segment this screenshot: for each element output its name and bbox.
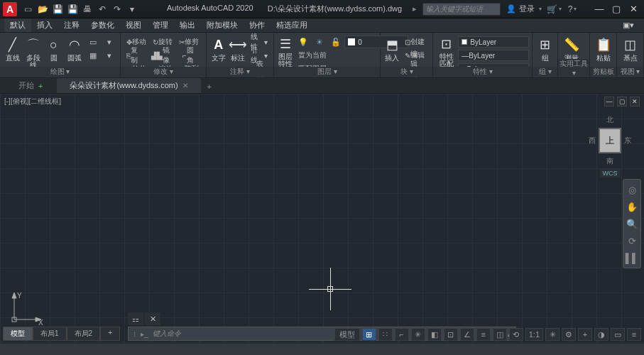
- lineweight-toggle[interactable]: ≡: [476, 328, 491, 341]
- save-icon[interactable]: 💾: [51, 3, 64, 16]
- panel-label[interactable]: 特性 ▾: [433, 67, 532, 77]
- tab-featured[interactable]: 精选应用: [271, 18, 313, 32]
- polyline-button[interactable]: ⌒多段线: [23, 34, 43, 67]
- app-exchange-icon[interactable]: 🛒▾: [547, 3, 560, 16]
- drawing-viewport[interactable]: [-][俯视][二维线框] — ▢ ✕ 北 西 上 东 南 WCS ◎ ✋ 🔍 …: [0, 94, 644, 344]
- close-icon[interactable]: ✕: [182, 82, 188, 89]
- tab-addins[interactable]: 附加模块: [201, 18, 244, 32]
- panel-label[interactable]: 块 ▾: [381, 67, 432, 77]
- recent-input-icon[interactable]: ⚏: [128, 312, 143, 325]
- circle-button[interactable]: ○圆: [44, 34, 63, 67]
- tab-file[interactable]: 朵朵设计素材(www.dydss.com)✕: [57, 78, 200, 93]
- vc-north[interactable]: 北: [589, 115, 631, 125]
- sun-icon[interactable]: ☀: [312, 36, 327, 48]
- vp-min-button[interactable]: —: [604, 97, 614, 106]
- transparency-toggle[interactable]: ◫: [493, 328, 507, 341]
- new-icon[interactable]: ▭: [21, 3, 34, 16]
- tab-view[interactable]: 视图: [120, 18, 147, 32]
- zoom-icon[interactable]: 🔍: [625, 217, 639, 231]
- cmd-close-icon[interactable]: ✕: [145, 312, 160, 325]
- viewcube[interactable]: 北 西 上 东 南 WCS: [589, 115, 631, 178]
- close-button[interactable]: ✕: [626, 3, 641, 16]
- create-button[interactable]: ⊡ 创建: [402, 36, 427, 48]
- bulb-icon[interactable]: 💡: [295, 36, 311, 48]
- workspace-button[interactable]: ⚙: [562, 328, 576, 341]
- saveas-icon[interactable]: 💾: [66, 3, 79, 16]
- isodraft-toggle[interactable]: ◧: [427, 328, 442, 341]
- snap-toggle[interactable]: ∷: [378, 328, 393, 341]
- plot-icon[interactable]: 🖶: [81, 3, 94, 16]
- model-button[interactable]: 模型: [334, 328, 360, 341]
- vc-wcs[interactable]: WCS: [600, 169, 621, 178]
- minimize-button[interactable]: —: [591, 3, 607, 16]
- open-icon[interactable]: 📂: [36, 3, 49, 16]
- tab-manage[interactable]: 管理: [147, 18, 174, 32]
- paste-button[interactable]: 📋粘贴: [593, 34, 613, 67]
- mirror-button[interactable]: ▟▙ 镜像: [148, 49, 179, 62]
- layout2-tab[interactable]: 布局2: [67, 327, 101, 341]
- cleanscreen-button[interactable]: ▭: [611, 328, 625, 341]
- tab-expand-icon[interactable]: ▣▾: [617, 18, 640, 32]
- orbit-icon[interactable]: ⟳: [625, 234, 639, 248]
- panel-label[interactable]: 图层 ▾: [274, 67, 380, 77]
- group-button[interactable]: ⊞组: [535, 34, 555, 67]
- arc-button[interactable]: ◠圆弧: [65, 34, 84, 67]
- lock-icon[interactable]: 🔓: [328, 36, 344, 48]
- line-button[interactable]: ╱直线: [3, 34, 22, 67]
- tab-collab[interactable]: 协作: [244, 18, 271, 32]
- annoscale-button[interactable]: 1:1: [525, 328, 543, 341]
- vc-west[interactable]: 西: [589, 136, 596, 146]
- login-button[interactable]: 👤 登录 ▾: [506, 4, 542, 14]
- copy-button[interactable]: ⎘ 复制: [124, 49, 148, 62]
- vp-close-button[interactable]: ✕: [630, 97, 640, 106]
- panel-label[interactable]: 视图 ▾: [617, 67, 643, 77]
- rect-icon[interactable]: ▭: [85, 36, 101, 48]
- pan-icon[interactable]: ✋: [625, 200, 639, 214]
- tab-insert[interactable]: 插入: [31, 18, 58, 32]
- cycling-toggle[interactable]: ⟲: [509, 328, 523, 341]
- dim-button[interactable]: ⟷标注: [229, 34, 246, 67]
- showmotion-icon[interactable]: ▌▌: [625, 251, 639, 265]
- grid-toggle[interactable]: ⊞: [362, 328, 376, 341]
- vc-top[interactable]: 上: [599, 128, 621, 153]
- tab-default[interactable]: 默认: [4, 18, 31, 32]
- cmd-handle-icon[interactable]: ⫶: [133, 330, 136, 338]
- dd[interactable]: ▾: [102, 36, 117, 48]
- layerprops-button[interactable]: ☰图层特性: [277, 34, 294, 67]
- tab-parametric[interactable]: 参数化: [85, 18, 120, 32]
- fillet-button[interactable]: ⌐ 圆角: [180, 49, 203, 62]
- lineweight-select[interactable]: — ByLayer: [458, 50, 529, 61]
- color-select[interactable]: ByLayer: [458, 36, 529, 48]
- annovis-toggle[interactable]: ✳: [545, 328, 560, 341]
- vp-max-button[interactable]: ▢: [617, 97, 627, 106]
- panel-label[interactable]: 剪贴板: [590, 67, 616, 77]
- text-button[interactable]: A文字: [209, 34, 227, 67]
- insert-button[interactable]: ⬒插入: [383, 34, 400, 67]
- ortho-toggle[interactable]: ⌐: [395, 328, 409, 341]
- search-input[interactable]: 输入关键字或短语: [422, 3, 501, 16]
- panel-label[interactable]: 注释 ▾: [207, 67, 273, 77]
- setcurrent-button[interactable]: 置为当前: [295, 49, 329, 62]
- panel-label[interactable]: 组 ▾: [533, 67, 557, 77]
- tab-annotate[interactable]: 注释: [58, 18, 85, 32]
- layout1-tab[interactable]: 布局1: [33, 327, 67, 341]
- annomonitor-toggle[interactable]: +: [578, 328, 592, 341]
- osnap-toggle[interactable]: ⊡: [444, 328, 458, 341]
- redo-icon[interactable]: ↷: [111, 3, 124, 16]
- hatch-icon[interactable]: ▦: [85, 49, 101, 62]
- panel-label[interactable]: 修改 ▾: [121, 67, 206, 77]
- vc-east[interactable]: 东: [624, 136, 631, 146]
- wheel-icon[interactable]: ◎: [625, 182, 639, 197]
- customize-button[interactable]: ≡: [627, 328, 641, 341]
- dd[interactable]: ▾: [102, 49, 117, 62]
- viewport-label[interactable]: [-][俯视][二维线框]: [4, 97, 61, 106]
- qat-dropdown-icon[interactable]: ▾: [126, 3, 138, 16]
- tab-output[interactable]: 输出: [174, 18, 201, 32]
- layout-add-button[interactable]: +: [100, 327, 120, 341]
- tab-add-button[interactable]: +: [202, 80, 217, 93]
- otrack-toggle[interactable]: ∠: [460, 328, 474, 341]
- app-logo[interactable]: A: [3, 2, 17, 16]
- help-icon[interactable]: ?▾: [566, 3, 579, 16]
- matchprop-button[interactable]: ⊡特性匹配: [436, 34, 457, 67]
- base-button[interactable]: ◫基点: [620, 34, 640, 67]
